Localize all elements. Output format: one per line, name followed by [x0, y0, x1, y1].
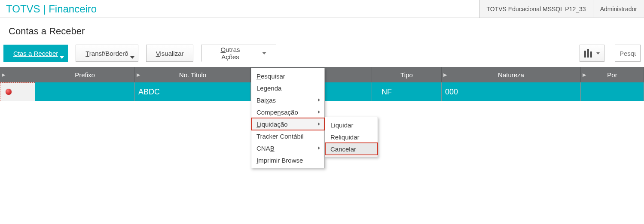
outras-acoes-menu: Pesquisar Legenda Baixas Compensação Liq… — [251, 68, 325, 168]
environment-label[interactable]: TOTVS Educacional MSSQL P12_33 — [479, 0, 593, 18]
col-prefixo[interactable]: Prefixo — [35, 67, 135, 82]
menu-item-cnab[interactable]: CNAB — [251, 142, 324, 154]
menu-item-pesquisar[interactable]: Pesquisar — [251, 70, 324, 82]
col-no-titulo[interactable]: ▶No. Titulo — [135, 67, 251, 82]
button-label: Outras Ações — [211, 46, 249, 61]
page-title: Contas a Receber — [0, 18, 644, 37]
cell-prefixo — [35, 82, 135, 101]
user-label[interactable]: Administrador — [593, 0, 644, 18]
menu-item-tracker[interactable]: Tracker Contábil — [251, 130, 324, 142]
cell-tipo: NF — [372, 82, 442, 101]
drag-handle-icon: ▶ — [137, 72, 140, 78]
drag-handle-icon: ▶ — [443, 72, 447, 78]
app-title: TOTVS | Financeiro — [0, 3, 97, 15]
submenu-item-cancelar[interactable]: Cancelar — [325, 143, 378, 155]
visualizar-button[interactable]: Visualizar — [146, 45, 194, 62]
button-label: Visualizar — [156, 50, 184, 57]
submenu-item-liquidar[interactable]: Liquidar — [325, 119, 378, 131]
drag-handle-icon: ▶ — [583, 72, 586, 78]
col-status[interactable]: ▶ — [0, 67, 35, 82]
menu-item-imprimir[interactable]: Imprimir Browse — [251, 154, 324, 166]
cell-titulo: ABDC — [135, 82, 251, 101]
columns-button[interactable] — [580, 45, 604, 62]
drag-handle-icon: ▶ — [2, 72, 5, 78]
toolbar: Ctas a Receber Transf/Borderô Visualizar… — [0, 37, 644, 67]
menu-item-liquidacao[interactable]: Liquidação — [251, 118, 324, 130]
col-port[interactable]: ▶Por — [581, 67, 644, 82]
menu-item-baixas[interactable]: Baixas — [251, 94, 324, 106]
outras-acoes-button[interactable]: Outras Ações — [201, 45, 276, 62]
cell-port — [581, 82, 644, 101]
col-natureza[interactable]: ▶Natureza — [442, 67, 581, 82]
cell-status — [0, 82, 35, 101]
button-label: Transf/Borderô — [85, 50, 128, 57]
liquidacao-submenu: Liquidar Reliquidar Cancelar — [325, 117, 378, 157]
menu-item-compensacao[interactable]: Compensação — [251, 106, 324, 118]
status-dot-icon — [6, 89, 12, 95]
top-bar: TOTVS | Financeiro TOTVS Educacional MSS… — [0, 0, 644, 18]
transf-bordero-button[interactable]: Transf/Borderô — [76, 45, 138, 62]
col-tipo[interactable]: Tipo — [372, 67, 442, 82]
cell-natureza: 000 — [442, 82, 581, 101]
search-input[interactable] — [615, 45, 641, 62]
menu-item-legenda[interactable]: Legenda — [251, 82, 324, 94]
submenu-item-reliquidar[interactable]: Reliquidar — [325, 131, 378, 143]
columns-icon — [584, 49, 592, 58]
ctas-a-receber-button[interactable]: Ctas a Receber — [3, 45, 68, 62]
